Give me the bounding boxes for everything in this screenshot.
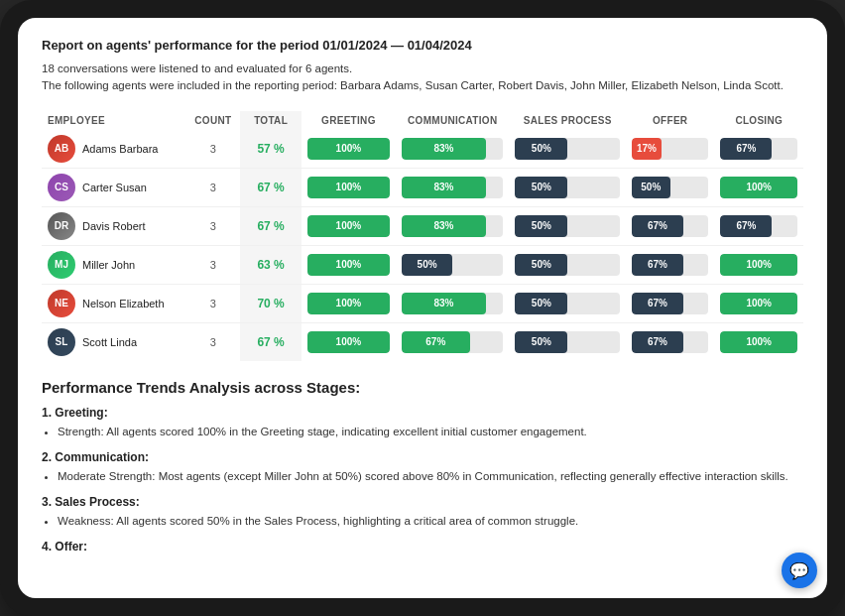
analysis-item: 4. Offer: bbox=[42, 540, 803, 554]
count-cell: 3 bbox=[185, 206, 240, 245]
employee-cell: CS Carter Susan bbox=[42, 168, 185, 206]
count-cell: 3 bbox=[185, 284, 240, 322]
bar-cell: 100% bbox=[302, 168, 396, 206]
employee-name: Carter Susan bbox=[82, 182, 147, 193]
table-row: NE Nelson Elizabeth 370 % 100% 83% 50% 6… bbox=[42, 284, 803, 322]
employee-name: Scott Linda bbox=[82, 336, 137, 348]
report-subtitle: 18 conversations were listened to and ev… bbox=[42, 61, 803, 95]
total-cell: 70 % bbox=[240, 284, 302, 322]
employee-cell: NE Nelson Elizabeth bbox=[42, 284, 185, 322]
employee-name: Davis Robert bbox=[82, 220, 146, 232]
content-area: Report on agents' performance for the pe… bbox=[18, 18, 827, 598]
analysis-bullet: Moderate Strength: Most agents (except M… bbox=[58, 468, 803, 485]
bar-cell: 50% bbox=[509, 206, 625, 245]
col-header-employee: Employee bbox=[42, 111, 185, 130]
employee-name: Nelson Elizabeth bbox=[82, 298, 165, 309]
col-header-communication: COMMUNICATION bbox=[396, 111, 510, 130]
bar-cell: 83% bbox=[396, 206, 510, 245]
bar-cell: 100% bbox=[302, 130, 396, 169]
employee-name: Adams Barbara bbox=[82, 143, 158, 155]
analysis-title: Performance Trends Analysis across Stage… bbox=[42, 379, 803, 396]
bar-cell: 50% bbox=[509, 245, 625, 284]
analysis-item-heading: 4. Offer: bbox=[42, 540, 803, 554]
total-cell: 67 % bbox=[240, 168, 302, 206]
analysis-section: Performance Trends Analysis across Stage… bbox=[42, 379, 803, 554]
bar-cell: 83% bbox=[396, 130, 510, 169]
col-header-offer: OFFER bbox=[626, 111, 715, 130]
chat-button[interactable]: 💬 bbox=[782, 553, 817, 588]
bar-cell: 67% bbox=[626, 206, 715, 245]
bar-cell: 50% bbox=[396, 245, 510, 284]
bar-cell: 17% bbox=[626, 130, 715, 169]
employee-name: Miller John bbox=[82, 259, 135, 271]
col-header-count: COUNT bbox=[185, 111, 240, 130]
bar-cell: 100% bbox=[714, 168, 803, 206]
total-cell: 67 % bbox=[240, 206, 302, 245]
analysis-items: 1. Greeting: Strength: All agents scored… bbox=[42, 406, 803, 554]
bar-cell: 67% bbox=[626, 245, 715, 284]
tablet-screen: Report on agents' performance for the pe… bbox=[18, 18, 827, 598]
tablet-frame: Report on agents' performance for the pe… bbox=[0, 0, 845, 616]
total-cell: 67 % bbox=[240, 322, 302, 361]
bar-cell: 67% bbox=[714, 130, 803, 169]
analysis-bullet: Weakness: All agents scored 50% in the S… bbox=[58, 513, 803, 530]
avatar: SL bbox=[48, 328, 75, 356]
bar-cell: 50% bbox=[509, 284, 625, 322]
bar-cell: 100% bbox=[714, 284, 803, 322]
report-title: Report on agents' performance for the pe… bbox=[42, 38, 803, 53]
bar-cell: 100% bbox=[714, 322, 803, 361]
total-cell: 57 % bbox=[240, 130, 302, 169]
col-header-sales-process: SALES PROCESS bbox=[509, 111, 625, 130]
bar-cell: 100% bbox=[302, 284, 396, 322]
analysis-item-heading: 1. Greeting: bbox=[42, 406, 803, 420]
analysis-item: 1. Greeting: Strength: All agents scored… bbox=[42, 406, 803, 440]
count-cell: 3 bbox=[185, 245, 240, 284]
bar-cell: 67% bbox=[626, 284, 715, 322]
count-cell: 3 bbox=[185, 322, 240, 361]
bar-cell: 100% bbox=[714, 245, 803, 284]
analysis-item: 2. Communication: Moderate Strength: Mos… bbox=[42, 450, 803, 485]
bar-cell: 100% bbox=[302, 322, 396, 361]
col-header-closing: CLOSING bbox=[714, 111, 803, 130]
avatar: AB bbox=[48, 135, 75, 163]
table-row: MJ Miller John 363 % 100% 50% 50% 67% 10… bbox=[42, 245, 803, 284]
bar-cell: 67% bbox=[714, 206, 803, 245]
table-row: DR Davis Robert 367 % 100% 83% 50% 67% 6… bbox=[42, 206, 803, 245]
table-row: AB Adams Barbara 357 % 100% 83% 50% 17% … bbox=[42, 130, 803, 169]
table-row: CS Carter Susan 367 % 100% 83% 50% 50% 1… bbox=[42, 168, 803, 206]
analysis-item: 3. Sales Process: Weakness: All agents s… bbox=[42, 495, 803, 530]
bar-cell: 50% bbox=[509, 130, 625, 169]
count-cell: 3 bbox=[185, 130, 240, 169]
employee-cell: DR Davis Robert bbox=[42, 206, 185, 245]
count-cell: 3 bbox=[185, 168, 240, 206]
table-row: SL Scott Linda 367 % 100% 67% 50% 67% 10… bbox=[42, 322, 803, 361]
bar-cell: 100% bbox=[302, 245, 396, 284]
bar-cell: 83% bbox=[396, 284, 510, 322]
bar-cell: 67% bbox=[396, 322, 510, 361]
employee-cell: MJ Miller John bbox=[42, 245, 185, 284]
bar-cell: 50% bbox=[509, 322, 625, 361]
avatar: DR bbox=[48, 212, 75, 240]
avatar: NE bbox=[48, 290, 75, 317]
performance-table: Employee COUNT TOTAL GREETING COMMUNICAT… bbox=[42, 111, 803, 361]
employee-cell: AB Adams Barbara bbox=[42, 130, 185, 169]
chat-icon: 💬 bbox=[789, 561, 809, 580]
analysis-item-heading: 2. Communication: bbox=[42, 450, 803, 464]
bar-cell: 83% bbox=[396, 168, 510, 206]
col-header-greeting: GREETING bbox=[302, 111, 396, 130]
analysis-bullet: Strength: All agents scored 100% in the … bbox=[58, 424, 803, 440]
bar-cell: 50% bbox=[509, 168, 625, 206]
employee-cell: SL Scott Linda bbox=[42, 322, 185, 361]
total-cell: 63 % bbox=[240, 245, 302, 284]
bar-cell: 67% bbox=[626, 322, 715, 361]
avatar: MJ bbox=[48, 251, 75, 279]
col-header-total: TOTAL bbox=[240, 111, 302, 130]
analysis-item-heading: 3. Sales Process: bbox=[42, 495, 803, 509]
avatar: CS bbox=[48, 174, 75, 201]
bar-cell: 50% bbox=[626, 168, 715, 206]
bar-cell: 100% bbox=[302, 206, 396, 245]
